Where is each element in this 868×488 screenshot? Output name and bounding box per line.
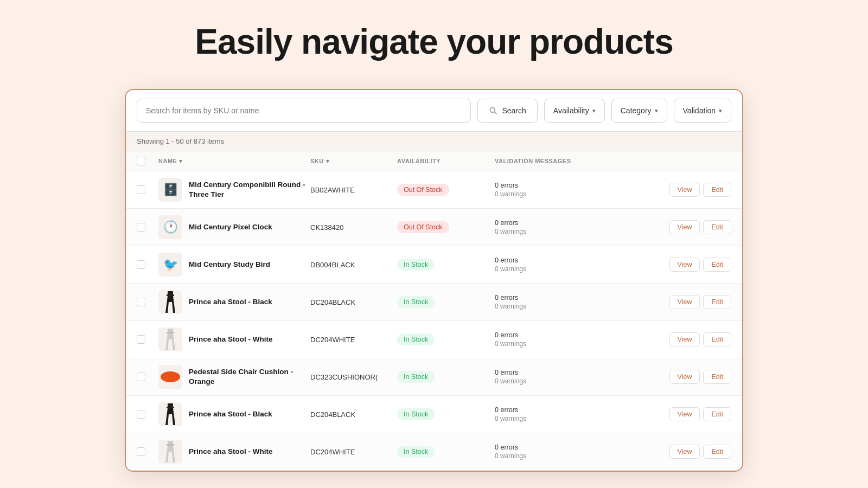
actions-cell: View Edit: [666, 183, 731, 197]
validation-cell: 0 errors 0 warnings: [495, 406, 666, 422]
view-button[interactable]: View: [669, 295, 700, 309]
edit-button[interactable]: Edit: [703, 370, 731, 384]
validation-cell: 0 errors 0 warnings: [495, 182, 666, 198]
table-header: NAME ▾ SKU ▾ AVAILABILITY VALIDATION MES…: [126, 151, 742, 171]
product-name-cell: Prince aha Stool - White: [158, 328, 310, 351]
search-input[interactable]: [137, 99, 471, 123]
view-button[interactable]: View: [669, 258, 700, 272]
table-row: 🕐 Mid Century Pixel Clock CK138420 Out O…: [126, 209, 742, 246]
category-filter-button[interactable]: Category ▾: [611, 99, 667, 123]
product-name-cell: Prince aha Stool - Black: [158, 402, 310, 426]
row-checkbox-cell: [137, 185, 158, 194]
errors-count: 0 errors: [495, 219, 666, 227]
warnings-count: 0 warnings: [495, 340, 666, 348]
product-name: Mid Century Pixel Clock: [189, 222, 272, 232]
view-button[interactable]: View: [669, 445, 700, 459]
chevron-down-icon: ▾: [655, 107, 658, 114]
product-name: Mid Century Study Bird: [189, 260, 270, 269]
row-checkbox-cell: [137, 447, 158, 456]
sku-cell: DB004BLACK: [310, 261, 397, 269]
validation-cell: 0 errors 0 warnings: [495, 219, 666, 235]
errors-count: 0 errors: [495, 444, 666, 451]
actions-cell: View Edit: [666, 220, 731, 234]
view-button[interactable]: View: [669, 220, 700, 234]
availability-filter-button[interactable]: Availability ▾: [544, 99, 605, 123]
availability-badge: In Stock: [397, 446, 435, 458]
edit-button[interactable]: Edit: [703, 407, 731, 421]
col-sku: SKU ▾: [310, 158, 397, 165]
table-row: 🐦 Mid Century Study Bird DB004BLACK In S…: [126, 246, 742, 284]
product-thumbnail: 🗄️: [158, 178, 182, 202]
validation-cell: 0 errors 0 warnings: [495, 369, 666, 385]
table-row: Prince aha Stool - White DC204WHITE In S…: [126, 321, 742, 358]
edit-button[interactable]: Edit: [703, 332, 731, 346]
warnings-count: 0 warnings: [495, 415, 666, 422]
view-button[interactable]: View: [669, 370, 700, 384]
validation-filter-button[interactable]: Validation ▾: [674, 99, 731, 123]
view-button[interactable]: View: [669, 332, 700, 346]
product-name: Pedestal Side Chair Cushion - Orange: [189, 367, 310, 386]
row-checkbox[interactable]: [137, 410, 145, 419]
edit-button[interactable]: Edit: [703, 295, 731, 309]
actions-cell: View Edit: [666, 370, 731, 384]
warnings-count: 0 warnings: [495, 228, 666, 235]
errors-count: 0 errors: [495, 331, 666, 339]
product-thumbnail: 🕐: [158, 215, 182, 239]
product-thumbnail: [158, 365, 182, 389]
sku-cell: DC204WHITE: [310, 448, 397, 456]
svg-rect-5: [167, 332, 174, 333]
app-window: Search Availability ▾ Category ▾ Validat…: [125, 89, 743, 472]
svg-rect-2: [168, 291, 173, 294]
row-checkbox[interactable]: [137, 298, 145, 306]
warnings-count: 0 warnings: [495, 377, 666, 385]
sort-icon[interactable]: ▾: [179, 158, 183, 165]
product-thumbnail: [158, 328, 182, 351]
col-checkbox: [137, 157, 158, 165]
errors-count: 0 errors: [495, 256, 666, 264]
edit-button[interactable]: Edit: [703, 220, 731, 234]
validation-cell: 0 errors 0 warnings: [495, 256, 666, 273]
edit-button[interactable]: Edit: [703, 445, 731, 459]
svg-rect-8: [168, 441, 173, 444]
edit-button[interactable]: Edit: [703, 258, 731, 272]
product-name-cell: Pedestal Side Chair Cushion - Orange: [158, 365, 310, 389]
svg-rect-3: [167, 294, 174, 296]
product-thumbnail: 🐦: [158, 253, 182, 277]
row-checkbox[interactable]: [137, 335, 145, 344]
row-checkbox-cell: [137, 260, 158, 269]
actions-cell: View Edit: [666, 445, 731, 459]
row-checkbox[interactable]: [137, 185, 145, 194]
availability-cell: In Stock: [397, 446, 495, 458]
edit-button[interactable]: Edit: [703, 183, 731, 197]
actions-cell: View Edit: [666, 258, 731, 272]
product-thumbnail: [158, 290, 182, 314]
row-checkbox-cell: [137, 298, 158, 306]
results-info: Showing 1 - 50 of 873 items: [126, 132, 742, 151]
chevron-down-icon: ▾: [592, 107, 596, 114]
product-name: Prince aha Stool - Black: [189, 409, 272, 419]
errors-count: 0 errors: [495, 182, 666, 189]
col-availability: AVAILABILITY: [397, 158, 495, 164]
view-button[interactable]: View: [669, 183, 700, 197]
product-name-cell: 🐦 Mid Century Study Bird: [158, 253, 310, 277]
warnings-count: 0 warnings: [495, 190, 666, 198]
product-name-cell: 🗄️ Mid Century Componibili Round - Three…: [158, 178, 310, 202]
view-button[interactable]: View: [669, 407, 700, 421]
availability-badge: Out Of Stock: [397, 184, 449, 196]
sort-icon[interactable]: ▾: [326, 158, 330, 165]
actions-cell: View Edit: [666, 407, 731, 421]
product-name: Prince aha Stool - Black: [189, 297, 272, 307]
row-checkbox[interactable]: [137, 447, 145, 456]
table-row: Pedestal Side Chair Cushion - Orange DC3…: [126, 358, 742, 396]
product-name: Mid Century Componibili Round - Three Ti…: [189, 180, 310, 199]
warnings-count: 0 warnings: [495, 265, 666, 273]
validation-cell: 0 errors 0 warnings: [495, 331, 666, 348]
row-checkbox[interactable]: [137, 223, 145, 232]
sku-cell: CK138420: [310, 223, 397, 232]
row-checkbox[interactable]: [137, 260, 145, 269]
row-checkbox[interactable]: [137, 373, 145, 381]
search-button[interactable]: Search: [477, 99, 537, 123]
select-all-checkbox[interactable]: [137, 157, 145, 165]
availability-cell: In Stock: [397, 333, 495, 345]
chevron-down-icon: ▾: [719, 107, 722, 114]
